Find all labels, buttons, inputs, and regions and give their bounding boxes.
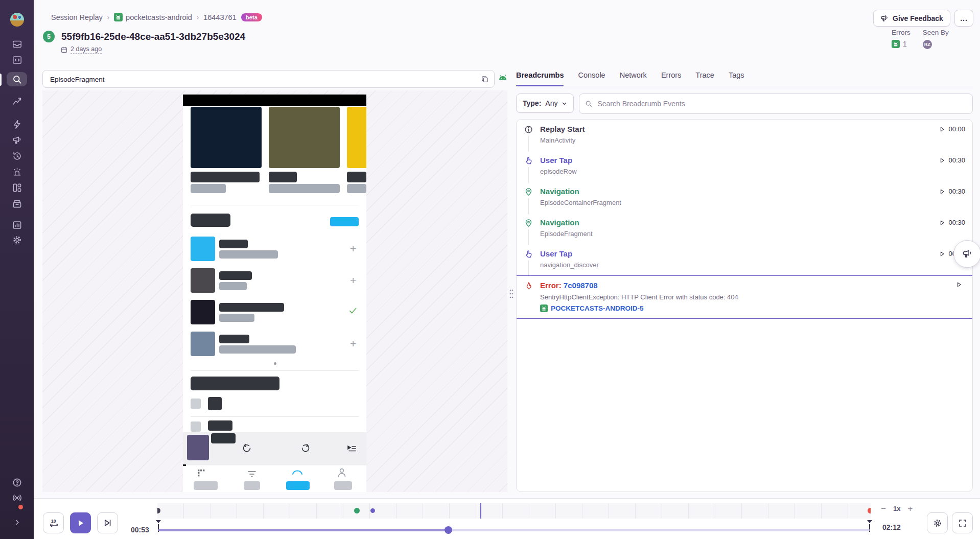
breadcrumb-session-replay[interactable]: Session Replay [51,13,103,21]
skeleton-text-bar [219,282,247,290]
timeline-tick-strip[interactable] [157,503,871,519]
org-avatar[interactable] [10,13,24,27]
tab-console[interactable]: Console [578,71,605,86]
playback-speed-label[interactable]: 1x [893,505,900,512]
breadcrumb-event-row[interactable]: Navigation EpisodeContainerFragment 00:3… [517,182,972,213]
insights-chart-icon[interactable] [7,93,27,108]
location-pin-icon [524,188,533,196]
floating-feedback-button[interactable] [953,240,980,268]
timeline-marker-error [868,508,871,513]
sidebar-active-indicator [0,74,2,86]
event-title: Navigation [540,187,965,196]
type-filter-dropdown[interactable]: Type:Any [516,93,574,113]
event-timestamp[interactable]: 00:30 [939,219,965,226]
timeline-progress-played [158,529,448,531]
alerts-siren-icon[interactable] [7,165,27,179]
stats-bar-chart-icon[interactable] [7,218,27,232]
breadcrumb-event-row[interactable]: Navigation EpisodeFragment 00:30 [517,213,972,244]
breadcrumb-event-row[interactable]: User Tap navigation_discover 00:33 [517,244,972,275]
next-breadcrumb-button[interactable] [97,512,118,533]
broadcast-icon[interactable] [7,490,27,505]
duration-label: 02:12 [882,523,901,531]
dashboards-grid-icon[interactable] [7,180,27,195]
timeline-progress-bar[interactable] [158,529,870,531]
details-tabs: Breadcrumbs Console Network Errors Trace… [516,71,973,86]
rewind-10-button[interactable]: 10 [43,512,64,533]
more-options-button[interactable]: ... [954,10,973,27]
fullscreen-button[interactable] [952,512,973,533]
info-icon [524,125,533,134]
android-project-icon [892,40,900,48]
tab-network[interactable]: Network [620,71,647,86]
breadcrumb-replay-id[interactable]: 16443761 [203,13,237,21]
skeleton-text-bar [219,240,248,248]
event-timestamp[interactable]: 00:00 [939,125,965,133]
issues-icon[interactable] [7,37,27,51]
player-settings-button[interactable] [927,512,948,533]
breadcrumb-event-row-error[interactable]: Error: 7c098708 SentryHttpClientExceptio… [517,275,972,319]
time-ago-label[interactable]: 2 days ago [71,45,102,54]
settings-gear-icon[interactable] [7,232,27,247]
replays-clock-icon[interactable] [7,149,27,163]
event-timestamp[interactable]: 00:30 [939,188,965,195]
skeleton-avatar [191,237,215,261]
tab-trace[interactable]: Trace [695,71,714,86]
breadcrumb-event-row[interactable]: User Tap episodeRow 00:30 [517,151,972,182]
play-icon [939,220,945,226]
project-issue-link[interactable]: POCKETCASTS-ANDROID-5 [540,304,965,312]
broadcast-notification-dot [18,505,23,509]
help-icon[interactable] [7,475,27,489]
replay-viewport[interactable]: + + + [42,90,507,492]
releases-archive-icon[interactable] [7,196,27,210]
copy-icon[interactable] [479,74,491,85]
event-timestamp[interactable] [956,282,965,288]
error-id-link[interactable]: 7c098708 [564,281,598,290]
fire-icon [524,282,533,290]
timeline-connector [528,261,529,276]
timeline-cursor [480,503,481,519]
phone-status-bar [183,95,366,106]
pane-resize-handle[interactable] [507,286,515,301]
replay-player-bar: 10 00:53 02:12 − 1x + [34,498,980,539]
play-button[interactable] [70,512,91,533]
breadcrumb-event-row[interactable]: Replay Start MainActivity 00:00 [517,120,972,151]
play-icon [939,157,945,163]
skeleton-avatar [191,300,215,324]
mini-player-progress-tick [183,464,186,466]
give-feedback-button[interactable]: Give Feedback [873,10,950,27]
check-icon [348,306,358,315]
timeline-progress-thumb[interactable] [445,526,452,534]
event-subtitle: EpisodeContainerFragment [540,199,965,207]
breadcrumb-event-list: Replay Start MainActivity 00:00 User Tap… [516,119,973,492]
nav-label-pill-active [286,481,310,490]
zoom-in-button[interactable]: + [907,505,913,512]
chevron-down-icon [562,101,567,106]
skip-forward-icon [299,442,312,454]
podcast-artwork-tile [347,107,366,168]
explore-search-icon[interactable] [7,72,27,86]
tab-breadcrumbs[interactable]: Breadcrumbs [516,71,564,86]
tab-errors[interactable]: Errors [661,71,681,86]
zoom-out-button[interactable]: − [881,505,886,512]
sidebar-expand-chevron-icon[interactable] [7,515,27,529]
current-time-label: 00:53 [131,526,149,534]
skeleton-text-bar [219,250,278,259]
projects-icon[interactable] [7,53,27,67]
tab-tags[interactable]: Tags [729,71,744,86]
performance-lightning-icon[interactable] [7,117,27,131]
breadcrumb-separator: › [107,13,109,21]
event-subtitle: MainActivity [540,136,965,145]
replay-search-box [42,70,495,88]
breadcrumb-search-input[interactable] [596,99,967,108]
skeleton-text-bar [347,172,366,182]
timeline-start-caret [156,520,161,523]
feedback-megaphone-icon[interactable] [7,133,27,147]
skeleton-text-bar [191,172,260,182]
skeleton-text-bar [211,433,236,443]
breadcrumb-project[interactable]: pocketcasts-android [114,13,192,21]
megaphone-icon [962,249,972,259]
play-icon [956,282,962,288]
errors-count[interactable]: 1 [892,40,911,48]
event-timestamp[interactable]: 00:30 [939,156,965,164]
replay-search-input[interactable] [49,71,470,88]
